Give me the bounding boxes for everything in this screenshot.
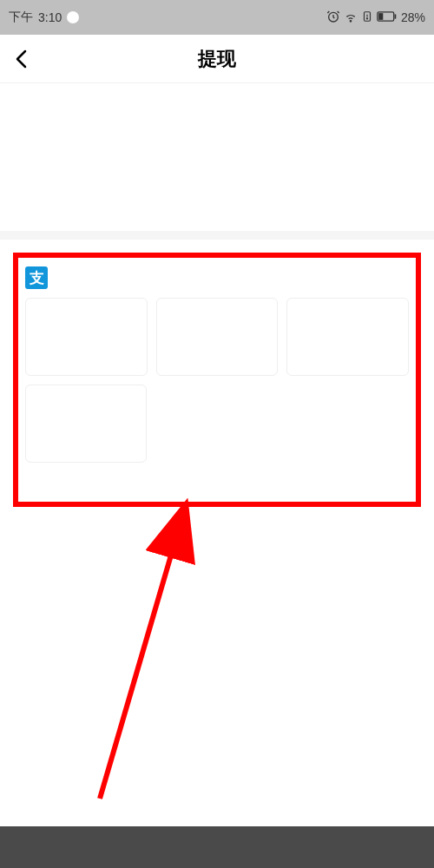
status-indicator-icon bbox=[67, 11, 79, 23]
status-right: 28% bbox=[326, 10, 425, 26]
alipay-icon[interactable]: 支 bbox=[25, 266, 48, 289]
status-bar: 下午 3:10 28% bbox=[0, 0, 434, 35]
sim-alert-icon bbox=[361, 10, 373, 26]
alipay-glyph: 支 bbox=[30, 268, 44, 288]
time: 3:10 bbox=[38, 10, 62, 24]
amount-row-1 bbox=[25, 298, 409, 376]
svg-rect-6 bbox=[378, 13, 383, 20]
svg-point-4 bbox=[366, 17, 367, 18]
amount-option[interactable] bbox=[286, 298, 409, 376]
blank-section bbox=[0, 83, 434, 231]
svg-point-1 bbox=[350, 20, 351, 21]
battery-icon bbox=[377, 10, 398, 25]
time-prefix: 下午 bbox=[9, 10, 33, 25]
amount-option[interactable] bbox=[25, 385, 147, 463]
status-left: 下午 3:10 bbox=[9, 10, 79, 25]
amount-option[interactable] bbox=[156, 298, 279, 376]
amount-option[interactable] bbox=[25, 298, 148, 376]
nav-bar: 提现 bbox=[0, 35, 434, 83]
amount-row-2 bbox=[25, 385, 409, 463]
withdraw-section: 支 bbox=[0, 240, 434, 520]
svg-line-9 bbox=[100, 508, 185, 799]
back-button[interactable] bbox=[0, 35, 43, 83]
bottom-bar bbox=[0, 826, 434, 868]
chevron-left-icon bbox=[13, 49, 30, 69]
battery-percent: 28% bbox=[401, 10, 425, 24]
alarm-icon bbox=[326, 10, 340, 26]
wifi-icon bbox=[344, 10, 358, 26]
annotation-box: 支 bbox=[13, 253, 421, 507]
svg-rect-7 bbox=[395, 14, 397, 18]
page-title: 提现 bbox=[198, 46, 236, 72]
section-divider bbox=[0, 231, 434, 240]
